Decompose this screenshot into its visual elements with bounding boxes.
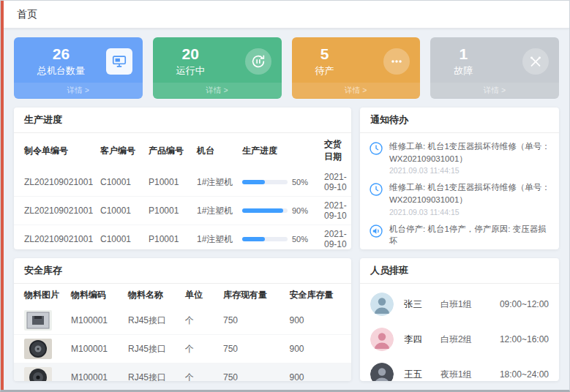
stat-card-0: 26总机台数量详情 > [14,37,143,99]
production-row: ZL202109021001C10001P100011#注塑机50%2021-0… [14,225,351,250]
material-name: RJ45接口 [124,306,181,335]
stat-detail-link[interactable]: 详情 > [153,83,282,98]
inventory-row: M100001RJ45接口个750900 [14,335,351,363]
progress-cell: 50% [238,225,320,250]
staff-row: 王五夜班1组18:00~24:00 [370,363,549,381]
order-no: ZL202109021001 [14,168,96,197]
todo-time: 2021.09.03 11:44:15 [389,208,550,216]
todo-body: 机台停产: 机台1停产，停产原因: 变压器损坏 [389,223,550,247]
progress-cell: 50% [238,168,320,197]
inventory-panel-title: 安全库存 [14,258,351,284]
stat-card-top: 26总机台数量 [24,45,132,78]
production-column-header: 生产进度 [238,133,320,168]
production-table-body: ZL202109021001C10001P100011#注塑机50%2021-0… [14,168,351,249]
staff-time: 09:00~12:00 [500,299,549,309]
stat-value: 20 [176,45,205,63]
left-edge-strip [1,1,4,390]
avatar-lisi [370,328,394,351]
tab-home[interactable]: 首页 [17,8,37,21]
delivery-date: 2021-09-10 [320,168,351,197]
inventory-column-header: 物料图片 [14,284,67,306]
material-code: M100001 [67,363,124,382]
machine-name: 1#注塑机 [192,168,238,197]
machine-name: 1#注塑机 [192,225,238,250]
material-image-cell [14,335,67,363]
material-unit: 个 [181,335,219,363]
production-panel: 生产进度 制令单编号客户编号产品编号机台生产进度交货日期 ZL202109021… [14,108,351,249]
material-image-cell [14,363,67,382]
staff-panel-title: 人员排班 [360,258,559,284]
material-code: M100001 [67,335,124,363]
safety-quantity: 900 [285,363,352,382]
dashboard-root: 首页 26总机台数量详情 >20运行中详情 >5待产详情 >1故障详情 > 生产… [1,1,569,390]
stat-detail-link[interactable]: 详情 > [14,83,143,98]
order-no: ZL202109021001 [14,225,96,250]
stock-quantity: 750 [219,335,285,363]
stat-card-2: 5待产详情 > [292,37,421,99]
inventory-column-header: 安全库存量 [285,284,352,306]
production-row: ZL202109021001C10001P100011#注塑机50%2021-0… [14,168,351,197]
staff-row: 张三白班1组09:00~12:00 [370,293,549,316]
material-image-cell [14,306,67,335]
speaker-photo [24,367,52,381]
panels-grid: 生产进度 制令单编号客户编号产品编号机台生产进度交货日期 ZL202109021… [14,108,559,381]
staff-time: 12:00~16:00 [500,334,549,344]
todo-time: 2021.09.03 11:44:15 [389,166,550,175]
material-name: RJ45接口 [124,363,181,382]
stat-texts: 26总机台数量 [24,45,85,78]
material-unit: 个 [181,363,219,382]
order-no: ZL202109021001 [14,197,96,225]
stat-card-1: 20运行中详情 > [153,37,282,99]
inventory-column-header: 物料编码 [67,284,124,306]
rj45-jack-photo [24,310,52,331]
inventory-table-head-row: 物料图片物料编码物料名称单位库存现有量安全库存量 [14,284,351,306]
product-no: P10001 [144,168,192,197]
stock-quantity: 750 [219,306,285,335]
staff-list: 张三白班1组09:00~12:00李四白班2组12:00~16:00王五夜班1组… [360,284,559,381]
progress-bar [242,208,288,213]
stat-cards: 26总机台数量详情 >20运行中详情 >5待产详情 >1故障详情 > [14,37,559,99]
staff-shift: 夜班1组 [440,369,489,381]
speaker-icon [369,224,383,241]
delivery-date: 2021-09-10 [320,197,351,225]
staff-panel: 人员排班 张三白班1组09:00~12:00李四白班2组12:00~16:00王… [360,258,559,381]
stat-card-top: 20运行中 [163,45,271,78]
production-table-head-row: 制令单编号客户编号产品编号机台生产进度交货日期 [14,133,351,168]
product-no: P10001 [144,197,192,225]
todo-list: 维修工单: 机台1变压器损坏待维修（单号：WX202109031001）2021… [360,133,559,249]
stat-detail-link[interactable]: 详情 > [430,83,559,98]
todo-item[interactable]: 维修工单: 机台1变压器损坏待维修（单号：WX202109031001）2021… [369,181,550,216]
clock-icon [369,141,383,159]
product-no: P10001 [144,225,192,250]
running-refresh-icon [245,48,271,75]
clock-icon [369,182,383,200]
inventory-table: 物料图片物料编码物料名称单位库存现有量安全库存量 M100001RJ45接口个7… [14,284,351,381]
inventory-panel: 安全库存 物料图片物料编码物料名称单位库存现有量安全库存量 M100001RJ4… [14,258,351,381]
machine-name: 1#注塑机 [192,197,238,225]
avatar-wangwu [370,363,394,381]
stat-label: 故障 [454,64,473,78]
fault-tools-icon [522,48,549,75]
todo-item[interactable]: 维修工单: 机台1变压器损坏待维修（单号：WX202109031001）2021… [369,140,550,175]
todo-item[interactable]: 机台停产: 机台1停产，停产原因: 变压器损坏 [369,223,550,247]
customer-no: C10001 [96,168,144,197]
stat-label: 运行中 [176,64,205,78]
todo-body: 维修工单: 机台1变压器损坏待维修（单号：WX202109031001）2021… [389,181,550,216]
todo-panel-title: 通知待办 [360,108,559,133]
staff-shift: 白班1组 [440,298,489,311]
stat-card-top: 1故障 [440,45,549,78]
inventory-column-header: 库存现有量 [219,284,285,306]
progress-label: 50% [292,178,308,186]
todo-text: 维修工单: 机台1变压器损坏待维修（单号：WX202109031001） [389,140,550,165]
dashboard-content: 26总机台数量详情 >20运行中详情 >5待产详情 >1故障详情 > 生产进度 … [1,29,569,390]
progress-cell: 90% [238,197,320,225]
waiting-ellipsis-icon [383,48,410,75]
stat-label: 总机台数量 [37,64,85,78]
top-tab-bar: 首页 [4,1,569,29]
stat-value: 5 [315,45,334,63]
stat-detail-link[interactable]: 详情 > [292,83,421,98]
staff-name: 李四 [404,333,440,346]
material-name: RJ45接口 [124,335,181,363]
inventory-table-body: M100001RJ45接口个750900M100001RJ45接口个750900… [14,306,351,381]
todo-panel: 通知待办 维修工单: 机台1变压器损坏待维修（单号：WX202109031001… [360,108,559,249]
